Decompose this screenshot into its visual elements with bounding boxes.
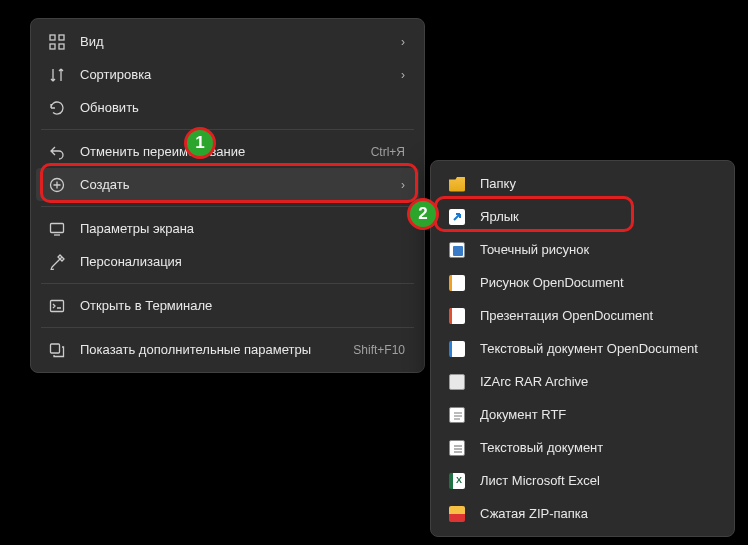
rtf-icon xyxy=(448,406,466,424)
menu-item-sort[interactable]: Сортировка › xyxy=(36,58,419,91)
annotation-badge-1: 1 xyxy=(184,127,216,159)
menu-label: Точечный рисунок xyxy=(480,242,715,257)
menu-label: Персонализация xyxy=(80,254,405,269)
menu-item-new[interactable]: Создать › xyxy=(36,168,419,201)
submenu-item-bitmap[interactable]: Точечный рисунок xyxy=(436,233,729,266)
sort-icon xyxy=(48,66,66,84)
submenu-item-rar[interactable]: IZArc RAR Archive xyxy=(436,365,729,398)
refresh-icon xyxy=(48,99,66,117)
folder-icon xyxy=(448,175,466,193)
chevron-right-icon: › xyxy=(401,68,405,82)
menu-item-refresh[interactable]: Обновить xyxy=(36,91,419,124)
menu-shortcut: Ctrl+Я xyxy=(371,145,405,159)
zip-icon xyxy=(448,505,466,523)
menu-label: Показать дополнительные параметры xyxy=(80,342,343,357)
desktop-context-menu: Вид › Сортировка › Обновить Отменить пер… xyxy=(30,18,425,373)
svg-rect-0 xyxy=(50,35,55,40)
submenu-item-odp[interactable]: Презентация OpenDocument xyxy=(436,299,729,332)
menu-label: Сортировка xyxy=(80,67,401,82)
menu-label: Папку xyxy=(480,176,715,191)
svg-rect-7 xyxy=(51,344,60,353)
svg-rect-5 xyxy=(51,223,64,232)
new-submenu: Папку Ярлык Точечный рисунок Рисунок Ope… xyxy=(430,160,735,537)
svg-rect-6 xyxy=(51,300,64,311)
menu-item-personalize[interactable]: Персонализация xyxy=(36,245,419,278)
submenu-item-txt[interactable]: Текстовый документ xyxy=(436,431,729,464)
submenu-item-shortcut[interactable]: Ярлык xyxy=(436,200,729,233)
menu-label: Обновить xyxy=(80,100,405,115)
menu-label: Отменить переименование xyxy=(80,144,361,159)
menu-label: Открыть в Терминале xyxy=(80,298,405,313)
menu-shortcut: Shift+F10 xyxy=(353,343,405,357)
svg-rect-2 xyxy=(50,44,55,49)
odg-icon xyxy=(448,274,466,292)
terminal-icon xyxy=(48,297,66,315)
submenu-item-odg[interactable]: Рисунок OpenDocument xyxy=(436,266,729,299)
separator xyxy=(41,327,414,328)
separator xyxy=(41,129,414,130)
menu-item-view[interactable]: Вид › xyxy=(36,25,419,58)
chevron-right-icon: › xyxy=(401,178,405,192)
menu-label: Вид xyxy=(80,34,401,49)
svg-rect-8 xyxy=(453,246,463,256)
menu-label: Создать xyxy=(80,177,401,192)
undo-icon xyxy=(48,143,66,161)
separator xyxy=(41,283,414,284)
menu-label: Текстовый документ OpenDocument xyxy=(480,341,715,356)
submenu-item-folder[interactable]: Папку xyxy=(436,167,729,200)
svg-rect-1 xyxy=(59,35,64,40)
menu-label: Параметры экрана xyxy=(80,221,405,236)
menu-item-more-options[interactable]: Показать дополнительные параметры Shift+… xyxy=(36,333,419,366)
txt-icon xyxy=(448,439,466,457)
separator xyxy=(41,206,414,207)
rar-icon xyxy=(448,373,466,391)
submenu-item-xlsx[interactable]: X Лист Microsoft Excel xyxy=(436,464,729,497)
menu-label: Текстовый документ xyxy=(480,440,715,455)
menu-label: Ярлык xyxy=(480,209,715,224)
menu-label: Документ RTF xyxy=(480,407,715,422)
menu-label: Лист Microsoft Excel xyxy=(480,473,715,488)
submenu-item-zip[interactable]: Сжатая ZIP-папка xyxy=(436,497,729,530)
odt-icon xyxy=(448,340,466,358)
personalize-icon xyxy=(48,253,66,271)
chevron-right-icon: › xyxy=(401,35,405,49)
submenu-item-odt[interactable]: Текстовый документ OpenDocument xyxy=(436,332,729,365)
menu-label: Сжатая ZIP-папка xyxy=(480,506,715,521)
more-options-icon xyxy=(48,341,66,359)
svg-rect-3 xyxy=(59,44,64,49)
shortcut-icon xyxy=(448,208,466,226)
menu-item-terminal[interactable]: Открыть в Терминале xyxy=(36,289,419,322)
menu-label: Презентация OpenDocument xyxy=(480,308,715,323)
menu-label: IZArc RAR Archive xyxy=(480,374,715,389)
display-icon xyxy=(48,220,66,238)
view-icon xyxy=(48,33,66,51)
bitmap-icon xyxy=(448,241,466,259)
menu-item-display-settings[interactable]: Параметры экрана xyxy=(36,212,419,245)
menu-item-undo[interactable]: Отменить переименование Ctrl+Я xyxy=(36,135,419,168)
odp-icon xyxy=(448,307,466,325)
submenu-item-rtf[interactable]: Документ RTF xyxy=(436,398,729,431)
menu-label: Рисунок OpenDocument xyxy=(480,275,715,290)
new-icon xyxy=(48,176,66,194)
annotation-badge-2: 2 xyxy=(407,198,439,230)
excel-icon: X xyxy=(448,472,466,490)
